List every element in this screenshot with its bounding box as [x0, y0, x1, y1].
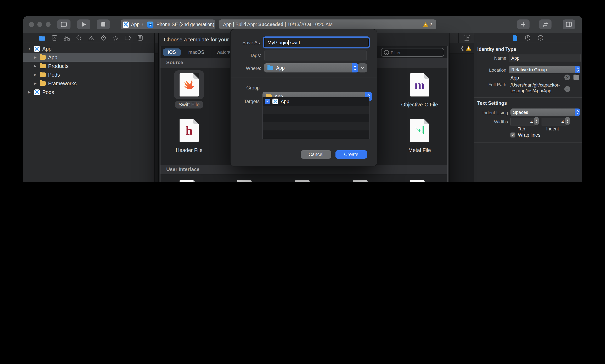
template-launch-screen[interactable]: 1 Launch Screen	[393, 177, 447, 182]
indent-using-label: Indent Using	[477, 110, 508, 115]
xcode-target-icon	[273, 99, 278, 104]
template-metal-file[interactable]: Metal File	[393, 116, 447, 154]
navigator-row-project-app[interactable]: ▼ App	[23, 44, 154, 53]
indent-width-stepper[interactable]: ▲▼	[565, 117, 570, 125]
inspector-sidebar-icon	[566, 22, 572, 27]
disclosure-triangle-icon[interactable]: ▶	[33, 82, 37, 85]
open-path-arrow-icon[interactable]: →	[564, 86, 570, 92]
tab-width-caption: Tab	[510, 126, 532, 131]
test-navigator-icon[interactable]	[101, 35, 106, 40]
template-swift-file[interactable]: Swift File	[162, 70, 216, 108]
navigator-row-app-group[interactable]: ▶ App	[23, 53, 154, 62]
back-chevron-icon[interactable]: ❮	[460, 45, 464, 51]
dialog-cancel-button[interactable]: Cancel	[301, 150, 331, 159]
location-label: Location	[477, 67, 506, 72]
jump-bar-warning-icon[interactable]	[466, 46, 471, 51]
save-as-input[interactable]: MyPlugin.swift	[264, 38, 369, 47]
disclosure-triangle-icon[interactable]: ▶	[27, 90, 31, 94]
wrap-lines-checkbox[interactable]: ✓ Wrap lines	[510, 132, 540, 138]
scheme-name: App	[131, 22, 139, 27]
template-storyboard[interactable]: Storyboard	[220, 177, 274, 182]
divider	[474, 143, 582, 143]
xcode-project-icon	[123, 21, 129, 27]
folder-icon	[267, 66, 273, 70]
choose-folder-icon[interactable]	[574, 75, 579, 80]
tab-macos[interactable]: macOS	[183, 49, 209, 56]
template-swiftui-view[interactable]: SwiftUI View	[162, 177, 216, 182]
tab-width-input[interactable]: 4	[510, 117, 535, 126]
location-popup[interactable]: Relative to Group	[509, 66, 580, 73]
add-editor-icon[interactable]	[464, 35, 470, 40]
navigator-tab-bar	[23, 33, 154, 43]
name-input[interactable]: App	[509, 54, 580, 62]
disclosure-triangle-icon[interactable]: ▶	[33, 64, 37, 68]
template-filter-field[interactable]: Filter	[381, 48, 444, 57]
where-popup[interactable]: App	[264, 63, 358, 72]
chevron-down-icon	[360, 67, 364, 69]
where-label: Where:	[234, 66, 261, 71]
navigator-row-pods-group[interactable]: ▶ Pods	[23, 70, 154, 79]
tags-input[interactable]	[264, 51, 367, 60]
toggle-inspector-button[interactable]	[563, 19, 575, 29]
disclosure-triangle-icon[interactable]: ▼	[27, 47, 31, 51]
activity-view[interactable]: App | Build App: Succeeded | 10/13/20 at…	[219, 19, 436, 29]
zoom-window-button[interactable]	[46, 22, 51, 27]
code-review-button[interactable]	[539, 19, 551, 29]
indent-width-input[interactable]: 4	[542, 117, 566, 126]
folder-icon	[40, 81, 46, 86]
symbol-navigator-icon[interactable]	[64, 35, 70, 40]
history-inspector-icon[interactable]	[525, 35, 530, 40]
disclosure-triangle-icon[interactable]: ▶	[33, 73, 37, 77]
template-label: Header File	[172, 147, 206, 154]
empty-cube-icon	[347, 177, 377, 182]
close-window-button[interactable]	[29, 22, 34, 27]
toggle-navigator-button[interactable]	[57, 19, 70, 29]
scheme-selector[interactable]: App 〉 iPhone SE (2nd generation)	[121, 19, 215, 29]
stop-button[interactable]	[96, 19, 110, 29]
popup-stepper-icon	[352, 63, 358, 72]
file-inspector-icon[interactable]	[513, 35, 518, 41]
indent-using-popup[interactable]: Spaces	[510, 108, 580, 116]
popup-stepper-icon	[575, 66, 580, 73]
target-row-empty	[263, 122, 369, 130]
checkbox-checked-icon[interactable]: ✓	[265, 99, 270, 104]
xcode-screenshot: App 〉 iPhone SE (2nd generation) App | B…	[0, 0, 605, 182]
template-header-file[interactable]: h Header File	[162, 116, 216, 154]
disclosure-triangle-icon[interactable]: ▶	[33, 55, 37, 59]
full-path-label: Full Path	[477, 82, 506, 87]
objective-c-file-icon: m	[405, 70, 435, 99]
issue-navigator-icon[interactable]	[88, 35, 94, 40]
find-navigator-icon[interactable]	[76, 35, 82, 40]
location-group-value: App	[510, 75, 519, 80]
source-control-navigator-icon[interactable]	[52, 35, 57, 40]
library-button[interactable]	[517, 19, 530, 29]
dialog-create-button[interactable]: Create	[335, 150, 367, 159]
tab-width-stepper[interactable]: ▲▼	[534, 117, 539, 125]
targets-label: Targets	[234, 99, 260, 104]
run-destination: iPhone SE (2nd generation)	[155, 22, 214, 27]
navigator-row-pods-project[interactable]: ▶ Pods	[23, 88, 154, 96]
debug-navigator-icon[interactable]	[113, 35, 118, 40]
breakpoint-navigator-icon[interactable]	[125, 36, 131, 40]
navigator-item-label: Pods	[48, 72, 60, 78]
plus-icon	[521, 22, 526, 27]
project-navigator-icon[interactable]	[39, 35, 45, 40]
minimize-window-button[interactable]	[37, 22, 42, 27]
report-navigator-icon[interactable]	[138, 35, 143, 40]
warning-badge[interactable]: 2	[423, 22, 432, 27]
header-file-icon: h	[174, 116, 204, 145]
template-empty[interactable]: Empty	[335, 177, 389, 182]
clear-location-icon[interactable]: ✕	[564, 75, 570, 80]
navigator-row-frameworks[interactable]: ▶ Frameworks	[23, 79, 154, 88]
tab-ios[interactable]: iOS	[163, 49, 181, 56]
help-inspector-icon[interactable]: ?	[538, 35, 543, 40]
target-row-app[interactable]: ✓ App	[263, 97, 369, 106]
filename-head: MyPlugin	[267, 39, 288, 45]
template-objective-c-file[interactable]: m Objective-C File	[393, 70, 447, 108]
target-row-empty	[263, 130, 369, 139]
run-button[interactable]	[77, 19, 90, 29]
expand-dialog-button[interactable]	[358, 63, 367, 72]
template-view[interactable]: View	[278, 177, 332, 182]
status-text: App | Build App: Succeeded | 10/13/20 at…	[223, 22, 333, 27]
navigator-row-products[interactable]: ▶ Products	[23, 62, 154, 70]
